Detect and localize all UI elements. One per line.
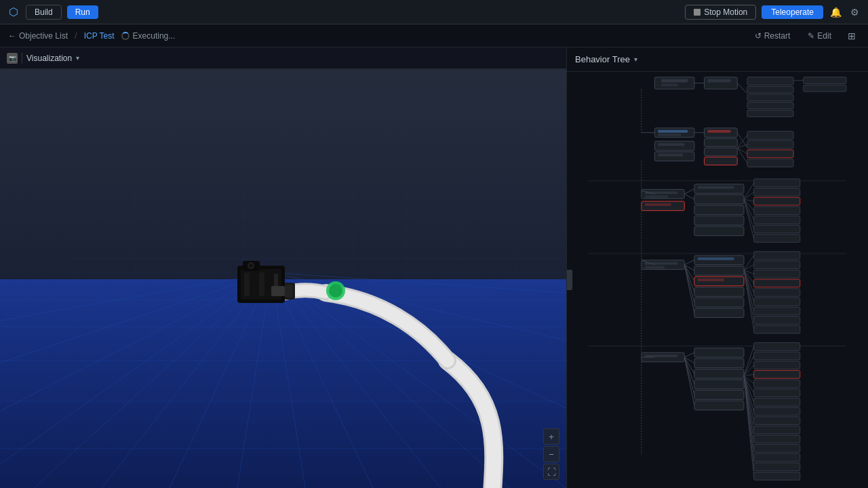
viewport-toolbar: 📷 Visualization ▾ [0,47,566,69]
fit-view-button[interactable]: ⛶ [543,464,559,480]
behavior-tree-header: Behavior Tree ▾ [567,47,868,72]
svg-rect-103 [754,179,800,187]
behavior-tree-content[interactable] [567,72,868,488]
layout-button[interactable]: ⊞ [844,29,860,43]
svg-rect-75 [658,154,683,157]
svg-rect-124 [698,258,734,260]
edit-icon: ✎ [808,31,814,41]
svg-rect-135 [754,289,800,297]
svg-rect-121 [645,262,678,265]
svg-rect-101 [694,216,744,225]
right-panel: Behavior Tree ▾ [566,47,868,488]
svg-rect-172 [754,417,800,425]
svg-rect-95 [642,201,684,211]
svg-rect-54 [654,77,694,89]
svg-rect-62 [747,102,793,109]
viewport-controls: + − ⛶ [543,428,559,480]
edit-button[interactable]: ✎ Edit [802,30,837,42]
svg-rect-130 [694,308,744,318]
svg-point-41 [329,284,342,298]
svg-rect-96 [645,203,671,206]
3d-scene[interactable] [0,69,566,488]
visualization-chevron[interactable]: ▾ [76,54,79,62]
svg-rect-131 [754,251,800,260]
svg-rect-58 [707,79,730,83]
restart-label: Restart [764,31,791,41]
svg-rect-132 [754,261,800,269]
svg-rect-79 [705,148,738,156]
main-content: 📷 Visualization ▾ [0,47,868,488]
svg-rect-80 [705,157,738,165]
svg-rect-49 [271,286,285,296]
svg-rect-100 [694,205,744,215]
svg-rect-63 [747,110,793,117]
behavior-tree-chevron[interactable]: ▾ [634,56,637,63]
svg-rect-77 [707,130,730,133]
svg-rect-73 [658,143,684,146]
svg-rect-136 [754,298,800,306]
svg-rect-65 [804,85,846,92]
svg-rect-174 [754,435,800,443]
executing-spinner [121,32,130,40]
settings-icon[interactable]: ⚙ [848,5,861,19]
svg-rect-64 [804,77,846,84]
objective-list-link: Objective List [19,31,68,41]
svg-rect-109 [754,235,800,243]
teleoperate-button[interactable]: Teleoperate [762,5,823,19]
svg-rect-107 [754,216,800,224]
svg-rect-165 [754,352,800,360]
svg-rect-98 [698,186,734,189]
stop-icon [694,9,701,16]
svg-rect-76 [705,128,738,138]
svg-rect-56 [661,84,677,87]
breadcrumb-bar: ← Objective List / ICP Test Executing...… [0,24,868,47]
svg-rect-46 [244,272,250,296]
current-page-label: ICP Test [84,31,115,41]
svg-rect-55 [661,79,688,83]
svg-rect-48 [274,274,278,287]
svg-point-52 [249,264,253,268]
svg-rect-127 [698,279,724,281]
svg-rect-105 [754,197,800,205]
svg-rect-78 [705,138,738,146]
run-button[interactable]: Run [67,5,98,19]
back-to-objective-list[interactable]: ← Objective List [8,31,68,41]
svg-rect-61 [747,94,793,101]
executing-badge: Executing... [121,31,176,41]
svg-rect-71 [658,134,681,136]
svg-rect-173 [754,426,800,434]
svg-rect-177 [754,463,800,471]
3d-viewport[interactable]: 📷 Visualization ▾ [0,47,566,488]
zoom-out-button[interactable]: − [543,446,559,462]
svg-rect-175 [754,445,800,453]
svg-rect-171 [754,407,800,415]
stop-motion-button[interactable]: Stop Motion [685,5,756,20]
svg-rect-99 [694,195,744,204]
svg-rect-133 [754,270,800,278]
svg-rect-167 [754,371,800,379]
stop-motion-label: Stop Motion [704,7,747,17]
restart-icon: ↺ [755,31,762,41]
svg-rect-60 [747,86,793,93]
svg-rect-108 [754,225,800,233]
svg-rect-160 [694,369,744,379]
notification-icon[interactable]: 🔔 [829,5,842,19]
grid-background [0,69,566,488]
visualization-label: Visualization [26,54,72,63]
bt-scroll-indicator [567,270,572,290]
svg-rect-129 [694,298,744,307]
svg-rect-139 [754,325,800,333]
svg-rect-102 [694,226,744,236]
svg-rect-134 [754,279,800,287]
build-button[interactable]: Build [26,5,62,20]
svg-rect-47 [259,272,264,296]
svg-rect-57 [705,77,738,89]
restart-button[interactable]: ↺ Restart [749,30,796,42]
svg-rect-128 [694,287,744,297]
svg-rect-59 [747,77,793,85]
executing-label: Executing... [133,31,176,41]
zoom-in-button[interactable]: + [543,428,559,445]
camera-icon: 📷 [7,53,18,64]
svg-rect-166 [754,361,800,369]
svg-rect-72 [654,141,694,150]
